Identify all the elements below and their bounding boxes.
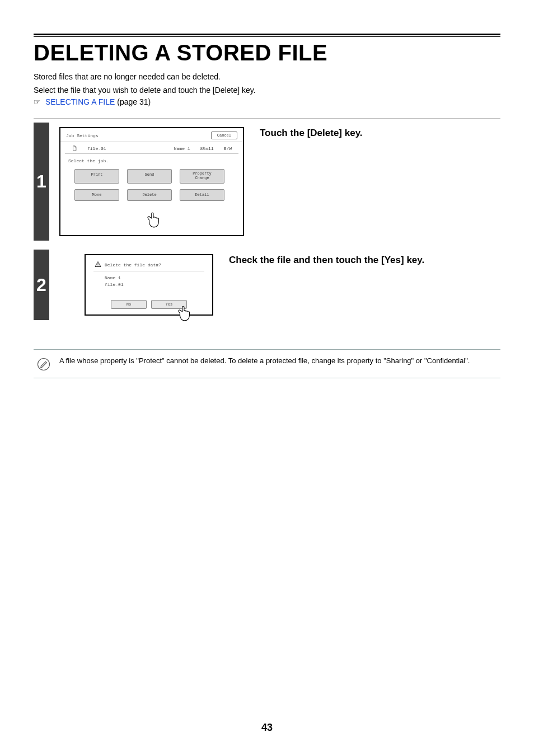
step-1-instruction: Touch the [Delete] key. (260, 127, 500, 140)
file-color: B/W (224, 146, 232, 151)
print-button[interactable]: Print (74, 169, 119, 183)
step-2-instruction: Check the file and then touch the [Yes] … (229, 254, 500, 267)
file-name: file-01 (87, 146, 106, 151)
cross-reference: ☞ SELECTING A FILE (page 31) (34, 97, 500, 106)
delete-button[interactable]: Delete (127, 189, 172, 201)
panel-prompt: Select the job. (60, 154, 243, 166)
file-info-row: file-01 Name 1 8½x11 B/W (65, 142, 238, 154)
xref-link[interactable]: SELECTING A FILE (45, 97, 115, 106)
touch-hand-icon (144, 209, 163, 228)
panel-title: Job Settings (66, 133, 99, 138)
file-size: 8½x11 (200, 146, 214, 151)
note-box: A file whose property is "Protect" canno… (34, 349, 500, 378)
page-number: 43 (0, 722, 534, 734)
detail-button[interactable]: Detail (180, 189, 224, 201)
document-icon (72, 145, 77, 151)
section-divider (34, 119, 500, 119)
svg-point-1 (98, 266, 99, 266)
heading-rule (34, 34, 500, 37)
pencil-note-icon (36, 356, 51, 372)
job-settings-panel: Job Settings Cancel file-01 Name 1 8½x11… (59, 127, 244, 236)
step-2: 2 Delete the file data? Name 1 file-01 (34, 250, 500, 320)
move-button[interactable]: Move (74, 189, 119, 201)
intro-line-1: Stored files that are no longer needed c… (34, 71, 500, 83)
cancel-button[interactable]: Cancel (211, 132, 237, 139)
no-button[interactable]: No (111, 300, 147, 309)
step-1: 1 Job Settings Cancel file-01 Name 1 8½x… (34, 123, 500, 241)
confirm-dialog: Delete the file data? Name 1 file-01 No … (85, 254, 213, 316)
note-text: A file whose property is "Protect" canno… (59, 355, 470, 367)
dialog-user: Name 1 (105, 275, 203, 281)
send-button[interactable]: Send (127, 169, 172, 183)
svg-point-2 (38, 359, 50, 370)
dialog-message: Delete the file data? (105, 262, 161, 267)
warning-icon (95, 261, 101, 269)
dialog-file: file-01 (105, 281, 203, 288)
pointer-icon: ☞ (34, 97, 41, 106)
xref-page: (page 31) (115, 97, 151, 106)
step-number: 2 (34, 250, 49, 320)
step-number: 1 (34, 123, 49, 241)
page-title: DELETING A STORED FILE (34, 40, 500, 65)
file-user: Name 1 (174, 146, 190, 151)
intro-line-2: Select the file that you wish to delete … (34, 84, 500, 97)
property-change-button[interactable]: Property Change (180, 169, 224, 183)
yes-button[interactable]: Yes (151, 300, 187, 309)
